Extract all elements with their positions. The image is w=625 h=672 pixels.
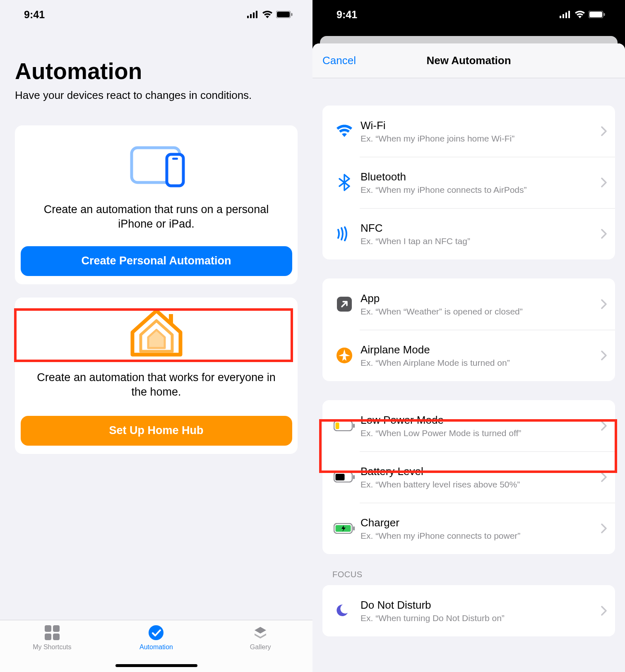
- bluetooth-icon: [339, 174, 350, 191]
- moon-icon: [337, 603, 352, 619]
- row-title: Charger: [361, 516, 601, 529]
- svg-point-15: [149, 625, 163, 640]
- tab-gallery-label: Gallery: [250, 643, 271, 651]
- row-title: NFC: [361, 222, 601, 235]
- row-title: Battery Level: [361, 465, 601, 478]
- row-airplane-mode[interactable]: Airplane ModeEx. “When Airplane Mode is …: [322, 330, 615, 381]
- battery-level-icon: [334, 472, 355, 482]
- chevron-right-icon: [601, 523, 607, 533]
- status-icons: [560, 11, 605, 18]
- automation-screen: 9:41 Automation Have your devices react …: [0, 0, 312, 672]
- page-title: Automation: [15, 58, 298, 84]
- wifi-icon: [336, 125, 353, 138]
- airplane-icon: [336, 347, 353, 364]
- svg-rect-11: [45, 625, 51, 632]
- chevron-right-icon: [601, 350, 607, 360]
- nfc-icon: [336, 226, 353, 241]
- row-title: Do Not Disturb: [361, 599, 601, 612]
- setup-home-hub-button[interactable]: Set Up Home Hub: [21, 416, 292, 446]
- row-subtitle: Ex. “When I tap an NFC tag”: [361, 236, 601, 246]
- status-time: 9:41: [24, 9, 45, 21]
- svg-rect-0: [247, 16, 249, 18]
- personal-automation-card: Create an automation that runs on a pers…: [15, 125, 298, 284]
- battery-icon: [276, 11, 293, 18]
- new-automation-sheet: Cancel New Automation Wi-FiEx. “When my …: [312, 43, 625, 672]
- svg-rect-30: [353, 475, 355, 479]
- gallery-tab-icon: [251, 624, 269, 642]
- row-subtitle: Ex. “When my iPhone joins home Wi-Fi”: [361, 134, 601, 144]
- chevron-right-icon: [601, 178, 607, 187]
- chevron-right-icon: [601, 421, 607, 431]
- row-title: Wi-Fi: [361, 119, 601, 132]
- app-icon: [336, 296, 353, 312]
- trigger-group-app: AppEx. “When “Weather” is opened or clos…: [322, 278, 615, 381]
- row-nfc[interactable]: NFCEx. “When I tap an NFC tag”: [322, 208, 615, 259]
- cellular-icon: [247, 11, 259, 18]
- create-personal-automation-button[interactable]: Create Personal Automation: [21, 246, 292, 276]
- row-subtitle: Ex. “When Airplane Mode is turned on”: [361, 358, 601, 368]
- row-title: Bluetooth: [361, 170, 601, 183]
- svg-rect-33: [353, 526, 355, 530]
- svg-rect-16: [560, 16, 561, 18]
- trigger-group-connectivity: Wi-FiEx. “When my iPhone joins home Wi-F…: [322, 106, 615, 259]
- svg-rect-12: [53, 625, 60, 632]
- svg-rect-27: [353, 424, 355, 428]
- svg-rect-18: [565, 12, 567, 18]
- trigger-group-power: Low Power ModeEx. “When Low Power Mode i…: [322, 400, 615, 554]
- sheet-header: Cancel New Automation: [312, 43, 625, 78]
- cancel-button[interactable]: Cancel: [322, 54, 356, 67]
- svg-rect-14: [53, 634, 60, 640]
- row-app[interactable]: AppEx. “When “Weather” is opened or clos…: [322, 278, 615, 330]
- personal-card-desc: Create an automation that runs on a pers…: [20, 202, 293, 231]
- row-title: Airplane Mode: [361, 343, 601, 356]
- low-power-icon: [334, 420, 355, 431]
- devices-icon: [123, 140, 190, 190]
- svg-rect-21: [589, 12, 602, 17]
- cellular-icon: [560, 11, 571, 18]
- status-time: 9:41: [337, 9, 357, 21]
- row-low-power-mode[interactable]: Low Power ModeEx. “When Low Power Mode i…: [322, 400, 615, 451]
- tab-automation-label: Automation: [139, 643, 173, 651]
- row-battery-level[interactable]: Battery LevelEx. “When battery level ris…: [322, 451, 615, 503]
- trigger-group-focus: Do Not DisturbEx. “When turning Do Not D…: [322, 585, 615, 636]
- svg-rect-3: [256, 11, 257, 18]
- sheet-title: New Automation: [312, 54, 625, 67]
- charger-icon: [334, 523, 355, 534]
- status-bar: 9:41: [0, 0, 312, 29]
- svg-rect-2: [253, 12, 255, 18]
- row-wifi[interactable]: Wi-FiEx. “When my iPhone joins home Wi-F…: [322, 106, 615, 157]
- chevron-right-icon: [601, 229, 607, 239]
- svg-rect-9: [172, 158, 178, 160]
- page-subtitle: Have your devices react to changes in co…: [15, 89, 298, 102]
- status-icons: [247, 11, 293, 18]
- battery-icon: [589, 11, 605, 18]
- svg-rect-13: [45, 634, 51, 640]
- svg-rect-17: [562, 14, 564, 18]
- new-automation-screen: 9:41 Cancel New Automation Wi-FiEx. “Whe…: [312, 0, 625, 672]
- row-subtitle: Ex. “When my iPhone connects to power”: [361, 531, 601, 541]
- tab-my-shortcuts[interactable]: My Shortcuts: [15, 624, 89, 672]
- chevron-right-icon: [601, 126, 607, 136]
- row-title: Low Power Mode: [361, 414, 601, 427]
- automation-tab-icon: [147, 624, 165, 642]
- row-title: App: [361, 292, 601, 305]
- svg-rect-19: [568, 11, 570, 18]
- svg-rect-29: [336, 474, 345, 480]
- chevron-right-icon: [601, 472, 607, 482]
- row-charger[interactable]: ChargerEx. “When my iPhone connects to p…: [322, 503, 615, 554]
- home-card-desc: Create an automation that works for ever…: [20, 370, 293, 399]
- svg-rect-26: [336, 422, 339, 429]
- home-indicator[interactable]: [115, 664, 197, 667]
- row-bluetooth[interactable]: BluetoothEx. “When my iPhone connects to…: [322, 157, 615, 208]
- row-subtitle: Ex. “When Low Power Mode is turned off”: [361, 428, 601, 438]
- tab-gallery[interactable]: Gallery: [223, 624, 298, 672]
- status-bar: 9:41: [312, 0, 625, 29]
- tab-my-shortcuts-label: My Shortcuts: [33, 643, 71, 651]
- wifi-icon: [262, 11, 273, 18]
- shortcuts-tab-icon: [43, 624, 61, 642]
- row-subtitle: Ex. “When turning Do Not Disturb on”: [361, 613, 601, 623]
- row-subtitle: Ex. “When battery level rises above 50%”: [361, 480, 601, 490]
- svg-rect-1: [250, 14, 252, 18]
- row-do-not-disturb[interactable]: Do Not DisturbEx. “When turning Do Not D…: [322, 585, 615, 636]
- svg-rect-22: [604, 13, 605, 16]
